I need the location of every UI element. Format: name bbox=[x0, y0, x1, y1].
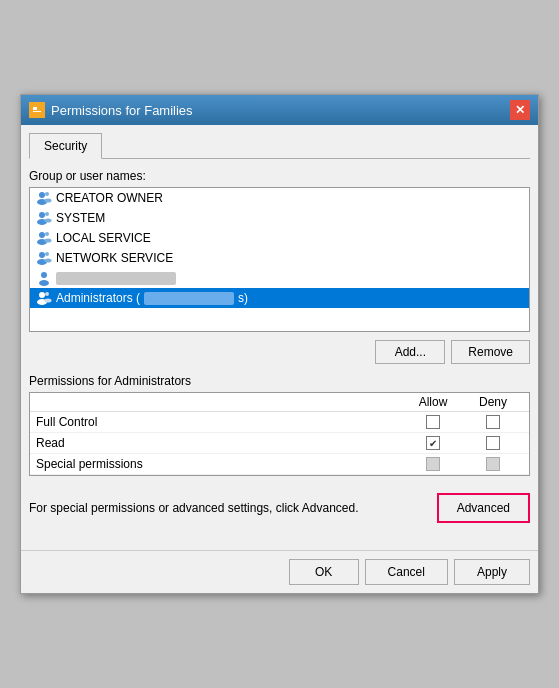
user-name-blurred-admin bbox=[144, 292, 234, 305]
tab-security[interactable]: Security bbox=[29, 133, 102, 159]
svg-point-18 bbox=[45, 259, 52, 263]
user-group-icon bbox=[36, 210, 52, 226]
permissions-table: Allow Deny Full Control Read bbox=[29, 392, 530, 476]
list-item[interactable]: CREATOR OWNER bbox=[30, 188, 529, 208]
permission-row-read: Read bbox=[30, 433, 529, 454]
svg-point-17 bbox=[45, 252, 49, 256]
svg-rect-2 bbox=[33, 111, 41, 112]
permission-row-full-control: Full Control bbox=[30, 412, 529, 433]
user-group-icon bbox=[36, 230, 52, 246]
user-name: NETWORK SERVICE bbox=[56, 251, 173, 265]
deny-checkbox[interactable] bbox=[486, 415, 500, 429]
user-group-icon bbox=[36, 290, 52, 306]
allow-checkbox[interactable] bbox=[426, 415, 440, 429]
user-group-icon bbox=[36, 250, 52, 266]
user-list-label: Group or user names: bbox=[29, 169, 530, 183]
permissions-dialog: Permissions for Families ✕ Security Grou… bbox=[20, 94, 539, 594]
title-bar-left: Permissions for Families bbox=[29, 102, 193, 118]
svg-point-24 bbox=[45, 299, 52, 303]
svg-point-23 bbox=[45, 292, 49, 296]
permissions-header: Allow Deny bbox=[30, 393, 529, 412]
svg-point-14 bbox=[45, 239, 52, 243]
permissions-label: Permissions for Administrators bbox=[29, 374, 530, 388]
ok-button[interactable]: OK bbox=[289, 559, 359, 585]
dialog-title: Permissions for Families bbox=[51, 103, 193, 118]
user-group-icon bbox=[36, 190, 52, 206]
svg-point-5 bbox=[45, 192, 49, 196]
dialog-body: Security Group or user names: CREATOR OW… bbox=[21, 125, 538, 550]
svg-point-3 bbox=[39, 192, 45, 198]
list-item[interactable]: SYSTEM bbox=[30, 208, 529, 228]
advanced-help-text: For special permissions or advanced sett… bbox=[29, 500, 425, 517]
user-list-box: CREATOR OWNER SYSTEM bbox=[29, 187, 530, 332]
tab-bar: Security bbox=[29, 133, 530, 159]
cancel-button[interactable]: Cancel bbox=[365, 559, 448, 585]
permission-name: Read bbox=[36, 436, 403, 450]
list-item[interactable]: NETWORK SERVICE bbox=[30, 248, 529, 268]
deny-checkbox-greyed[interactable] bbox=[486, 457, 500, 471]
add-button[interactable]: Add... bbox=[375, 340, 445, 364]
permission-row-special: Special permissions bbox=[30, 454, 529, 475]
list-item[interactable]: Administrators ( s) bbox=[30, 288, 529, 308]
close-button[interactable]: ✕ bbox=[510, 100, 530, 120]
dialog-footer: OK Cancel Apply bbox=[21, 550, 538, 593]
user-name-blurred bbox=[56, 272, 176, 285]
list-item[interactable]: LOCAL SERVICE bbox=[30, 228, 529, 248]
deny-check-special[interactable] bbox=[463, 457, 523, 471]
svg-point-13 bbox=[45, 232, 49, 236]
svg-point-6 bbox=[45, 199, 52, 203]
apply-button[interactable]: Apply bbox=[454, 559, 530, 585]
permission-name: Special permissions bbox=[36, 457, 403, 471]
user-name: SYSTEM bbox=[56, 211, 105, 225]
allow-check-special[interactable] bbox=[403, 457, 463, 471]
deny-check-full-control[interactable] bbox=[463, 415, 523, 429]
title-bar: Permissions for Families ✕ bbox=[21, 95, 538, 125]
svg-point-7 bbox=[39, 212, 45, 218]
user-name: LOCAL SERVICE bbox=[56, 231, 151, 245]
allow-col-header: Allow bbox=[403, 395, 463, 409]
allow-checkbox-greyed[interactable] bbox=[426, 457, 440, 471]
permission-col-header bbox=[36, 395, 403, 409]
svg-rect-1 bbox=[33, 107, 37, 110]
allow-check-full-control[interactable] bbox=[403, 415, 463, 429]
user-action-buttons: Add... Remove bbox=[29, 340, 530, 364]
svg-point-21 bbox=[39, 292, 45, 298]
svg-point-9 bbox=[45, 212, 49, 216]
user-name-suffix: s) bbox=[238, 291, 248, 305]
allow-check-read[interactable] bbox=[403, 436, 463, 450]
user-icon bbox=[36, 270, 52, 286]
deny-check-read[interactable] bbox=[463, 436, 523, 450]
remove-button[interactable]: Remove bbox=[451, 340, 530, 364]
user-name: CREATOR OWNER bbox=[56, 191, 163, 205]
advanced-button[interactable]: Advanced bbox=[437, 493, 530, 523]
list-item[interactable] bbox=[30, 268, 529, 288]
deny-checkbox[interactable] bbox=[486, 436, 500, 450]
user-name: Administrators ( bbox=[56, 291, 140, 305]
permission-name: Full Control bbox=[36, 415, 403, 429]
svg-point-20 bbox=[39, 280, 49, 286]
svg-point-19 bbox=[41, 272, 47, 278]
deny-col-header: Deny bbox=[463, 395, 523, 409]
svg-point-15 bbox=[39, 252, 45, 258]
app-icon bbox=[29, 102, 45, 118]
advanced-section: For special permissions or advanced sett… bbox=[29, 484, 530, 532]
svg-rect-0 bbox=[31, 105, 43, 115]
allow-checkbox[interactable] bbox=[426, 436, 440, 450]
svg-point-10 bbox=[45, 219, 52, 223]
svg-point-11 bbox=[39, 232, 45, 238]
